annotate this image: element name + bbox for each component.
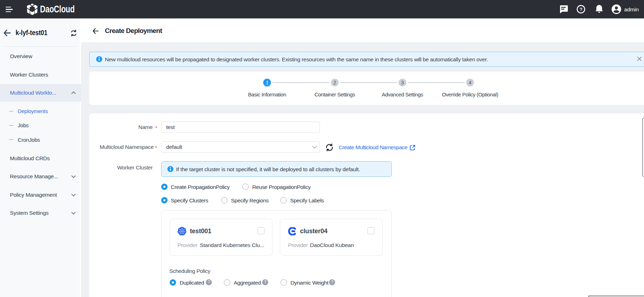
svg-text:?: ?	[580, 7, 582, 12]
